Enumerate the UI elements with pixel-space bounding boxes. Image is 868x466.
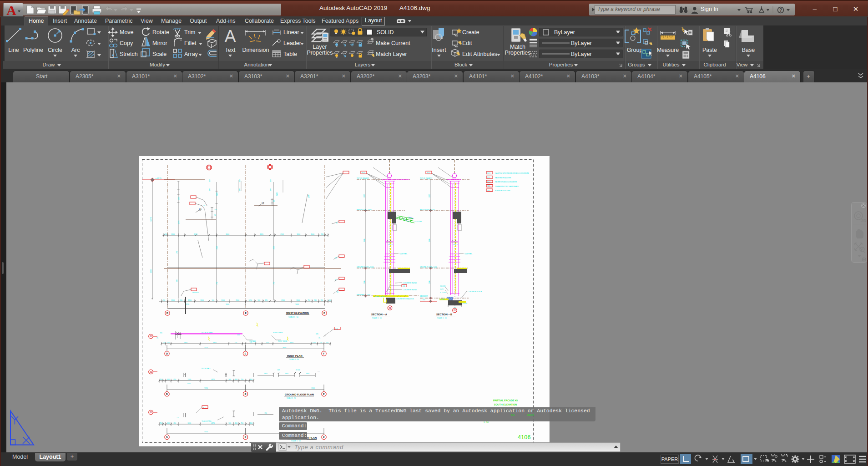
svg-text:1200: 1200 [276, 192, 278, 196]
svg-text:780: 780 [320, 299, 323, 301]
svg-text:SASH RAIL: SASH RAIL [464, 253, 472, 255]
svg-text:1800: 1800 [285, 373, 288, 375]
svg-text:Fillet: Fillet [184, 40, 197, 46]
svg-text:2400×600: 2400×600 [192, 292, 199, 294]
svg-text:750: 750 [176, 251, 178, 253]
svg-text:GROUND FLOOR ▸ 0.000: GROUND FLOOR ▸ 0.000 [420, 266, 437, 268]
svg-text:Layer: Layer [313, 44, 327, 50]
svg-text:1:5: 1:5 [199, 208, 202, 210]
svg-text:Text: Text [225, 47, 236, 53]
svg-text:Properties: Properties [549, 62, 573, 67]
svg-text:Line: Line [8, 47, 19, 53]
svg-text:SCALE 1 : 10: SCALE 1 : 10 [437, 317, 447, 319]
svg-text:1805: 1805 [260, 233, 263, 235]
svg-text:75: 75 [318, 337, 320, 339]
svg-text:150: 150 [167, 342, 170, 344]
svg-text:900: 900 [176, 279, 178, 282]
svg-text:3300: 3300 [363, 238, 365, 242]
svg-text:Edit: Edit [462, 40, 472, 46]
svg-text:E: E [245, 312, 247, 314]
svg-text:SOUTH ELEVATION: SOUTH ELEVATION [494, 403, 517, 406]
svg-text:SCALE 1 : 50: SCALE 1 : 50 [289, 359, 299, 360]
svg-text:Make Current: Make Current [376, 40, 410, 46]
svg-text:▸ -1.500: ▸ -1.500 [420, 299, 425, 301]
svg-text:PARTIAL FACADE #5: PARTIAL FACADE #5 [493, 399, 518, 402]
svg-text:RC1: RC1 [487, 172, 490, 174]
svg-text:750: 750 [216, 282, 218, 284]
svg-text:Edit Attributes: Edit Attributes [462, 51, 497, 57]
svg-text:E: E [245, 436, 247, 439]
svg-text:CONCRETE FOUNDATION: CONCRETE FOUNDATION [396, 298, 414, 300]
svg-text:1350: 1350 [171, 299, 175, 301]
svg-text:4350: 4350 [213, 342, 217, 344]
svg-text:900: 900 [180, 299, 182, 301]
svg-text:CONCRETE PLINTH: CONCRETE PLINTH [468, 291, 482, 293]
svg-text:1560: 1560 [311, 233, 314, 235]
svg-text:ROOF EDGE: ROOF EDGE [278, 340, 288, 342]
svg-text:3300: 3300 [429, 238, 430, 242]
svg-text:150×60: 150×60 [462, 303, 467, 304]
svg-text:Arc: Arc [71, 47, 80, 53]
svg-text:450: 450 [167, 422, 170, 424]
svg-text:Properties: Properties [307, 50, 333, 56]
svg-text:12970: 12970 [150, 217, 152, 222]
svg-text:···: ··· [318, 370, 320, 372]
svg-text:2970: 2970 [216, 246, 218, 249]
svg-text:750: 750 [273, 282, 275, 284]
svg-text:2100: 2100 [236, 299, 239, 301]
svg-text:CAST IN SITU REINFORCED CONCRE: CAST IN SITU REINFORCED CONCRETE [495, 172, 529, 174]
svg-text:STONE: STONE [439, 299, 444, 300]
svg-text:RC2: RC2 [427, 172, 430, 174]
svg-text:150: 150 [237, 334, 240, 336]
svg-text:Move: Move [120, 29, 134, 35]
svg-text:SCALE 1 : 50: SCALE 1 : 50 [287, 397, 296, 399]
svg-text:150: 150 [164, 233, 167, 235]
svg-text:E: E [245, 393, 247, 395]
svg-text:Array: Array [184, 51, 198, 57]
svg-text:SECTION – B: SECTION – B [436, 313, 452, 316]
svg-text:1100: 1100 [312, 342, 315, 344]
svg-text:450: 450 [250, 379, 252, 380]
svg-text:SOLID: SOLID [377, 29, 394, 35]
svg-text:750: 750 [308, 299, 310, 301]
svg-text:Measure: Measure [657, 47, 679, 53]
svg-text:760: 760 [314, 299, 317, 301]
svg-text:X-1: X-1 [335, 328, 338, 330]
svg-text:Mirror: Mirror [152, 40, 167, 46]
svg-text:600: 600 [239, 188, 241, 191]
svg-text:4870: 4870 [211, 379, 215, 380]
svg-text:SECTION – A: SECTION – A [371, 313, 387, 316]
svg-text:Trim: Trim [184, 29, 196, 35]
svg-text:3300: 3300 [429, 194, 430, 198]
svg-text:21: 21 [389, 307, 391, 309]
svg-text:9150: 9150 [204, 347, 208, 349]
svg-text:WEST ELEVATION: WEST ELEVATION [286, 312, 309, 314]
svg-text:Circle: Circle [48, 47, 62, 53]
svg-text:4106: 4106 [518, 434, 531, 441]
svg-text:6×100: 6×100 [296, 369, 300, 371]
svg-text:450: 450 [270, 179, 272, 182]
svg-text:CW: CW [277, 369, 280, 371]
svg-text:1500: 1500 [429, 280, 430, 284]
svg-text:1500: 1500 [363, 280, 365, 284]
svg-text:1800: 1800 [296, 299, 300, 301]
svg-text:1200: 1200 [187, 422, 191, 424]
svg-text:D: D [166, 436, 168, 439]
svg-text:FIRST FLOOR ▸ 3.300: FIRST FLOOR ▸ 3.300 [357, 209, 372, 211]
svg-text:150: 150 [162, 342, 165, 344]
svg-text:450: 450 [167, 379, 170, 380]
svg-text:650: 650 [173, 379, 176, 380]
svg-text:4870: 4870 [211, 422, 215, 424]
svg-text:9000: 9000 [283, 347, 286, 349]
svg-text:1200: 1200 [187, 379, 191, 380]
svg-text:Utilities: Utilities [662, 62, 679, 67]
svg-text:900: 900 [228, 379, 231, 380]
svg-text:REINFORCED CONCRETE: REINFORCED CONCRETE [495, 181, 517, 183]
svg-text:TD1: TD1 [487, 185, 490, 187]
svg-text:1800: 1800 [306, 373, 309, 375]
svg-text:55: 55 [335, 279, 337, 281]
svg-text:2970: 2970 [273, 246, 275, 249]
svg-text:750: 750 [249, 342, 252, 344]
svg-text:GROUND FLOOR PLAN: GROUND FLOOR PLAN [285, 393, 314, 396]
svg-text:20 60 20: 20 60 20 [453, 244, 458, 246]
